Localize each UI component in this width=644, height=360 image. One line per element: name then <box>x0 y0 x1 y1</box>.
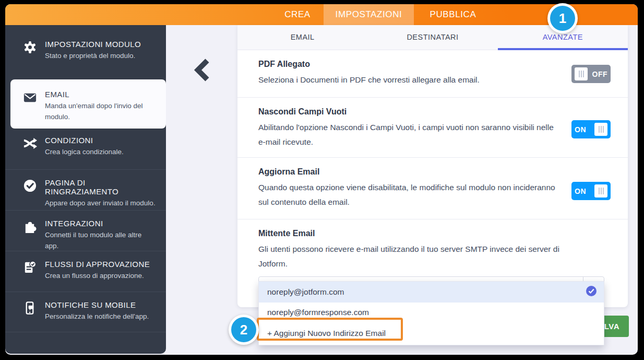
setting-row-pdf-allegato: PDF Allegato Seleziona i Documenti in PD… <box>237 50 628 98</box>
sidebar-item-title: PAGINA DI RINGRAZIAMENTO <box>45 178 157 196</box>
sidebar-item-flussi-di-approvazione[interactable]: FLUSSI DI APPROVAZIONE Crea un flusso di… <box>5 251 166 292</box>
sidebar-item-subtitle: Manda un'email dopo l'invio del modulo. <box>45 101 159 123</box>
shuffle-icon <box>23 136 37 158</box>
settings-sidebar: IMPOSTAZIONI MODULO Stato e proprietà de… <box>5 25 166 354</box>
sidebar-item-title: NOTIFICHE SU MOBILE <box>45 300 149 309</box>
setting-row-aggiorna-email: Aggiorna Email Quando questa opzione vie… <box>237 158 628 219</box>
setting-title: Aggiorna Email <box>258 167 560 177</box>
top-tab-crea[interactable]: CREA <box>266 4 329 25</box>
sidebar-item-text: INTEGRAZIONI Connetti il tuo modulo alle… <box>45 219 157 251</box>
setting-title: Mittente Email <box>258 229 560 238</box>
sidebar-item-text: NOTIFICHE SU MOBILE Personalizza le noti… <box>45 300 149 332</box>
dropdown-option-add-new-email[interactable]: + Aggiungi Nuovo Indirizzo Email <box>259 322 604 345</box>
toggle-state-label: OFF <box>592 70 608 78</box>
top-navigation-bar: CREA IMPOSTAZIONI PUBBLICA <box>5 4 638 25</box>
annotation-step-number: 2 <box>231 317 256 342</box>
tab-email[interactable]: EMAIL <box>237 25 367 50</box>
sidebar-item-title: IMPOSTAZIONI MODULO <box>45 40 141 49</box>
dropdown-option-label: noreply@formresponse.com <box>267 308 597 317</box>
collapse-sidebar-button[interactable] <box>193 57 211 85</box>
dropdown-option-label: + Aggiungi Nuovo Indirizzo Email <box>267 329 597 338</box>
tab-destinatari[interactable]: DESTINATARI <box>367 25 497 50</box>
dropdown-option-label: noreply@jotform.com <box>267 287 586 297</box>
sidebar-item-title: INTEGRAZIONI <box>45 219 157 228</box>
sender-email-dropdown: noreply@jotform.com noreply@formresponse… <box>258 281 604 345</box>
sidebar-item-title: EMAIL <box>45 90 159 99</box>
setting-description: Abilitando l'opzione Nascondi i Campi Vu… <box>258 120 560 149</box>
sidebar-item-impostazioni-modulo[interactable]: IMPOSTAZIONI MODULO Stato e proprietà de… <box>5 40 166 62</box>
check-circle-icon <box>23 179 37 210</box>
email-settings-panel: EMAIL DESTINATARI AVANZATE PDF Allegato … <box>237 25 628 307</box>
sidebar-item-title: CONDIZIONI <box>45 136 124 145</box>
dropdown-option-noreply-jotform[interactable]: noreply@jotform.com <box>259 282 604 303</box>
toggle-state-label: ON <box>575 125 586 134</box>
sidebar-item-title: FLUSSI DI APPROVAZIONE <box>45 260 150 269</box>
setting-row-nascondi-campi-vuoti: Nascondi Campi Vuoti Abilitando l'opzion… <box>237 98 628 158</box>
sidebar-item-subtitle: Appare dopo aver inviato il modulo. <box>45 198 157 209</box>
sidebar-item-subtitle: Crea logica condizionale. <box>45 147 124 158</box>
puzzle-icon <box>23 219 37 251</box>
approval-icon <box>23 260 37 292</box>
nascondi-campi-vuoti-toggle[interactable]: ON <box>571 120 611 138</box>
sidebar-item-subtitle: Personalizza le notifiche dell'app. <box>45 311 149 322</box>
sidebar-item-text: PAGINA DI RINGRAZIAMENTO Appare dopo ave… <box>45 178 157 210</box>
aggiorna-email-toggle[interactable]: ON <box>571 182 611 200</box>
top-tab-pubblica[interactable]: PUBBLICA <box>414 4 492 25</box>
email-settings-tabbar: EMAIL DESTINATARI AVANZATE <box>237 25 628 50</box>
sidebar-item-email[interactable]: EMAIL Manda un'email dopo l'invio del mo… <box>10 79 166 129</box>
toggle-knob <box>594 184 607 198</box>
sidebar-item-subtitle: Crea un flusso di approvazione. <box>45 271 150 282</box>
setting-description: Quando questa opzione viene disabilitata… <box>258 180 560 210</box>
sidebar-item-text: EMAIL Manda un'email dopo l'invio del mo… <box>45 90 159 129</box>
selected-check-icon <box>586 286 597 298</box>
setting-description: Gli utenti possono ricevere e-mail utili… <box>258 242 560 271</box>
annotation-step-2-badge: 2 <box>229 315 259 345</box>
sidebar-item-pagina-di-ringraziamento[interactable]: PAGINA DI RINGRAZIAMENTO Appare dopo ave… <box>5 169 166 210</box>
chevron-left-icon <box>193 75 211 84</box>
settings-window: CREA IMPOSTAZIONI PUBBLICA IMPOSTAZIONI … <box>5 4 638 355</box>
sidebar-item-condizioni[interactable]: CONDIZIONI Crea logica condizionale. <box>5 136 166 158</box>
top-tab-impostazioni[interactable]: IMPOSTAZIONI <box>324 4 414 25</box>
sidebar-item-text: IMPOSTAZIONI MODULO Stato e proprietà de… <box>45 40 141 62</box>
envelope-icon <box>23 90 37 129</box>
sidebar-item-text: FLUSSI DI APPROVAZIONE Crea un flusso di… <box>45 260 150 292</box>
tab-avanzate[interactable]: AVANZATE <box>498 25 628 50</box>
sidebar-item-subtitle: Stato e proprietà del modulo. <box>45 51 141 62</box>
sidebar-item-integrazioni[interactable]: INTEGRAZIONI Connetti il tuo modulo alle… <box>5 210 166 251</box>
sidebar-item-subtitle: Connetti il tuo modulo alle altre app. <box>45 230 157 252</box>
toggle-knob <box>594 123 607 136</box>
mobile-notification-icon <box>23 301 37 332</box>
gear-icon <box>23 40 37 62</box>
dropdown-option-noreply-formresponse[interactable]: noreply@formresponse.com <box>259 303 604 322</box>
sidebar-item-text: CONDIZIONI Crea logica condizionale. <box>45 136 124 158</box>
setting-title: PDF Allegato <box>258 60 560 69</box>
setting-title: Nascondi Campi Vuoti <box>258 107 560 117</box>
pdf-allegato-toggle[interactable]: OFF <box>571 65 611 83</box>
toggle-state-label: ON <box>575 187 586 195</box>
toggle-knob <box>575 67 588 80</box>
sidebar-item-notifiche-su-mobile[interactable]: NOTIFICHE SU MOBILE Personalizza le noti… <box>5 292 166 332</box>
setting-description: Seleziona i Documenti in PDF che vorrest… <box>258 73 560 87</box>
